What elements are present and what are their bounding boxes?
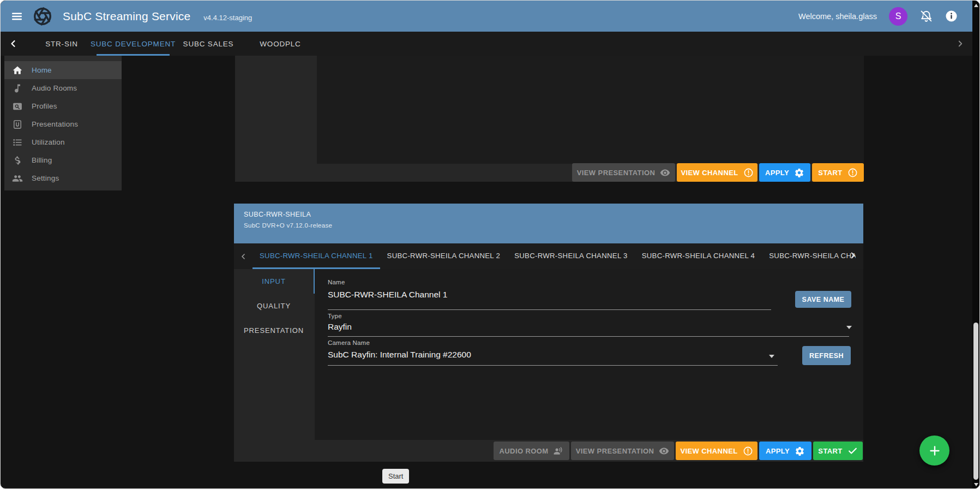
org-tab-subc-development[interactable]: SUBC DEVELOPMENT: [97, 32, 170, 56]
avatar[interactable]: S: [889, 7, 907, 26]
channel-tab-5[interactable]: SUBC-RWR-SHEILA CHANNEL 5: [762, 243, 856, 269]
channel-tab-2[interactable]: SUBC-RWR-SHEILA CHANNEL 2: [380, 243, 508, 269]
info-icon[interactable]: [945, 10, 958, 22]
channel-tab-bar: SUBC-RWR-SHEILA CHANNEL 1 SUBC-RWR-SHEIL…: [234, 243, 863, 269]
save-name-button[interactable]: SAVE NAME: [795, 291, 851, 308]
button-label: VIEW CHANNEL: [680, 447, 737, 455]
channel-tabs-prev-icon[interactable]: [234, 243, 252, 269]
sidebar-item-audio-rooms[interactable]: Audio Rooms: [4, 79, 122, 97]
home-icon: [12, 65, 23, 76]
refresh-button[interactable]: REFRESH: [802, 346, 851, 365]
chevron-down-icon[interactable]: [769, 355, 774, 358]
app-header: SubC Streaming Service v4.4.12-staging W…: [1, 1, 979, 32]
org-tab-subc-sales[interactable]: SUBC SALES: [170, 32, 247, 56]
device-subtitle: SubC DVR+O v7.12.0-release: [244, 222, 853, 229]
welcome-text: Welcome, sheila.glass: [798, 12, 877, 21]
avatar-initial: S: [895, 11, 901, 21]
name-field[interactable]: SUBC-RWR-SHEILA Channel 1: [328, 290, 447, 300]
org-tab-bar: STR-SIN SUBC DEVELOPMENT SUBC SALES WOOD…: [1, 32, 979, 56]
sidebar-item-billing[interactable]: Billing: [4, 151, 122, 169]
apply-button[interactable]: APPLY: [759, 163, 810, 182]
tab-presentation[interactable]: PRESENTATION: [234, 318, 315, 343]
channel-tabs-next-icon[interactable]: [848, 243, 858, 267]
sidebar-item-label: Home: [32, 66, 52, 74]
error-icon: [743, 446, 753, 456]
sidebar-item-utilization[interactable]: Utilization: [4, 133, 122, 151]
type-select-underline: [328, 336, 849, 337]
sidebar-item-settings[interactable]: Settings: [4, 169, 122, 187]
button-label: VIEW PRESENTATION: [576, 447, 654, 455]
type-select[interactable]: Rayfin: [328, 322, 352, 332]
button-label: START: [818, 169, 842, 177]
start-button[interactable]: START: [812, 163, 864, 182]
sidebar-item-label: Settings: [32, 174, 59, 182]
plus-icon: [928, 444, 942, 458]
sidebar-item-label: Audio Rooms: [32, 84, 77, 92]
button-label: AUDIO ROOM: [500, 447, 549, 455]
eye-icon: [660, 168, 670, 178]
device-card-actions: AUDIO ROOM VIEW PRESENTATION VIEW CHANNE…: [234, 440, 863, 462]
device-title: SUBC-RWR-SHEILA: [244, 211, 853, 218]
error-icon: [847, 168, 858, 178]
scroll-up-icon[interactable]: [974, 4, 978, 7]
channel-tab-3[interactable]: SUBC-RWR-SHEILA CHANNEL 3: [507, 243, 635, 269]
sidebar-item-label: Billing: [32, 156, 52, 164]
start-button[interactable]: START: [813, 442, 863, 460]
chevron-down-icon[interactable]: [846, 326, 852, 329]
org-tab-woodplc[interactable]: WOODPLC: [247, 32, 314, 56]
tabs-scroll-left-icon[interactable]: [1, 32, 26, 56]
dollar-icon: [12, 155, 23, 166]
gear-icon: [794, 168, 804, 178]
view-presentation-button[interactable]: VIEW PRESENTATION: [571, 442, 674, 460]
org-tab-str-sin[interactable]: STR-SIN: [27, 32, 97, 56]
notifications-off-icon[interactable]: [919, 9, 933, 23]
app-title: SubC Streaming Service: [63, 10, 190, 23]
sidebar-item-presentations[interactable]: Presentations: [4, 115, 122, 133]
app-logo-aperture-icon: [33, 7, 52, 26]
camera-name-select[interactable]: SubC Rayfin: Internal Training #22600: [328, 350, 471, 360]
sidebar-item-profiles[interactable]: Profiles: [4, 97, 122, 115]
sidebar-item-label: Presentations: [32, 120, 78, 128]
voice-over-icon: [553, 446, 563, 456]
app-window: SubC Streaming Service v4.4.12-staging W…: [0, 0, 980, 489]
org-tabs: STR-SIN SUBC DEVELOPMENT SUBC SALES WOOD…: [27, 32, 314, 56]
tab-input[interactable]: INPUT: [234, 269, 315, 294]
button-label: VIEW CHANNEL: [681, 169, 738, 177]
people-icon: [12, 173, 23, 184]
view-channel-button[interactable]: VIEW CHANNEL: [676, 442, 757, 460]
button-label: START: [818, 447, 842, 455]
error-icon: [743, 168, 754, 178]
menu-icon[interactable]: [10, 9, 25, 23]
button-label: APPLY: [766, 447, 790, 455]
gear-icon: [795, 446, 805, 456]
name-field-underline: [328, 309, 771, 310]
view-presentation-button[interactable]: VIEW PRESENTATION: [572, 163, 675, 182]
channel-tab-4[interactable]: SUBC-RWR-SHEILA CHANNEL 4: [635, 243, 762, 269]
button-label: VIEW PRESENTATION: [577, 169, 656, 177]
sidebar-item-home[interactable]: Home: [4, 61, 122, 79]
tab-quality[interactable]: QUALITY: [234, 294, 315, 318]
start-tooltip: Start: [382, 469, 409, 484]
button-label: APPLY: [765, 169, 789, 177]
list-icon: [12, 137, 23, 148]
music-note-icon: [12, 83, 23, 94]
header-left: SubC Streaming Service v4.4.12-staging: [10, 7, 252, 26]
check-icon: [847, 446, 858, 456]
channel-tab-1[interactable]: SUBC-RWR-SHEILA CHANNEL 1: [252, 243, 380, 269]
input-form: Name SUBC-RWR-SHEILA Channel 1 SAVE NAME…: [315, 269, 863, 440]
add-button[interactable]: [919, 436, 949, 466]
apply-button[interactable]: APPLY: [759, 442, 811, 460]
camera-name-select-underline: [328, 365, 778, 366]
tabs-scroll-right-icon[interactable]: [955, 32, 965, 56]
sidebar-item-label: Utilization: [32, 138, 65, 146]
scrollbar-thumb[interactable]: [973, 323, 978, 480]
pageview-icon: [12, 101, 23, 112]
audio-room-button[interactable]: AUDIO ROOM: [494, 442, 569, 460]
name-field-label: Name: [328, 279, 345, 285]
eye-icon: [659, 446, 669, 456]
top-device-card: VIEW PRESENTATION VIEW CHANNEL APPLY STA…: [235, 56, 864, 182]
app-version: v4.4.12-staging: [203, 14, 252, 22]
scroll-down-icon[interactable]: [974, 483, 978, 486]
view-channel-button[interactable]: VIEW CHANNEL: [677, 163, 757, 182]
page-scrollbar[interactable]: [972, 1, 979, 489]
